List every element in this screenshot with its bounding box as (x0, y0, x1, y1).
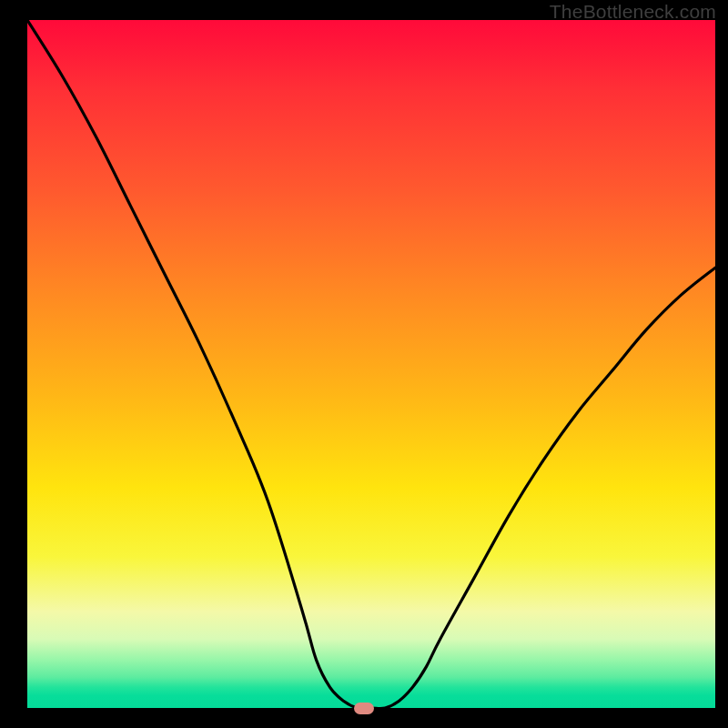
optimal-marker (354, 703, 374, 714)
bottleneck-curve-path (27, 20, 715, 708)
curve-svg (27, 20, 715, 708)
chart-frame: TheBottleneck.com (0, 0, 728, 728)
plot-area (27, 20, 715, 708)
watermark-text: TheBottleneck.com (550, 1, 716, 23)
